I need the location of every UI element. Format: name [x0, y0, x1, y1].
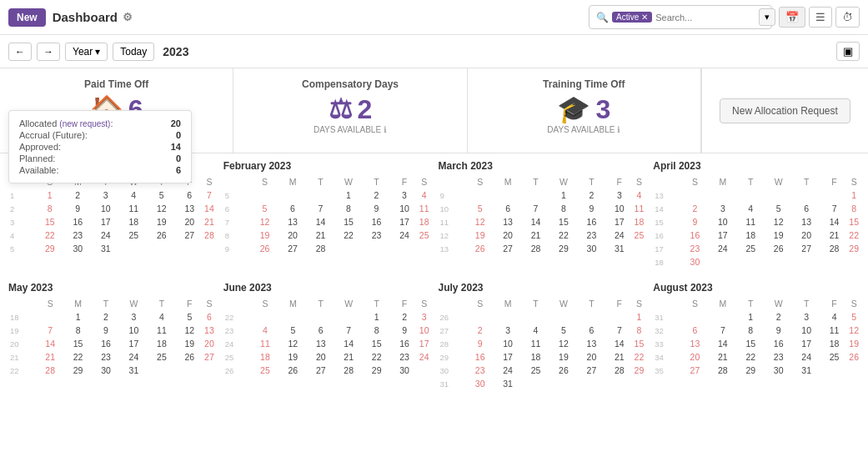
calendar-cell[interactable]: 6	[681, 324, 709, 337]
calendar-cell[interactable]: 28	[203, 229, 215, 242]
calendar-cell[interactable]	[737, 255, 765, 269]
calendar-cell[interactable]	[419, 364, 430, 377]
calendar-cell[interactable]: 24	[494, 364, 521, 377]
calendar-cell[interactable]	[765, 188, 792, 202]
calendar-cell[interactable]: 4	[522, 324, 549, 337]
calendar-cell[interactable]: 30	[92, 364, 119, 377]
calendar-cell[interactable]: 31	[494, 377, 521, 390]
calendar-cell[interactable]: 1	[334, 188, 363, 202]
calendar-cell[interactable]: 10	[120, 324, 148, 337]
calendar-cell[interactable]: 8	[64, 324, 92, 337]
calendar-cell[interactable]	[634, 377, 645, 390]
calendar-cell[interactable]: 2	[390, 310, 418, 324]
calendar-cell[interactable]: 30	[466, 377, 494, 390]
calendar-cell[interactable]: 14	[522, 215, 549, 229]
calendar-cell[interactable]	[334, 310, 362, 324]
calendar-cell[interactable]: 10	[709, 215, 736, 229]
calendar-cell[interactable]	[390, 242, 419, 255]
calendar-cell[interactable]: 17	[419, 337, 430, 350]
search-input[interactable]	[655, 13, 755, 23]
calendar-cell[interactable]: 10	[792, 324, 820, 337]
calendar-cell[interactable]: 13	[203, 324, 215, 337]
calendar-cell[interactable]: 25	[522, 364, 549, 377]
calendar-cell[interactable]: 15	[634, 337, 645, 350]
calendar-cell[interactable]: 1	[634, 310, 645, 324]
calendar-cell[interactable]: 28	[307, 242, 335, 255]
calendar-cell[interactable]: 17	[494, 350, 521, 364]
calendar-cell[interactable]	[278, 188, 307, 202]
calendar-cell[interactable]: 4	[737, 202, 765, 215]
calendar-cell[interactable]: 11	[120, 202, 148, 215]
calendar-cell[interactable]: 16	[466, 350, 494, 364]
calendar-cell[interactable]: 12	[279, 337, 307, 350]
calendar-cell[interactable]	[36, 310, 63, 324]
calendar-cell[interactable]: 14	[203, 202, 215, 215]
calendar-cell[interactable]: 20	[278, 229, 307, 242]
calendar-cell[interactable]	[279, 310, 307, 324]
calendar-cell[interactable]: 31	[92, 242, 120, 255]
calendar-cell[interactable]	[494, 310, 521, 324]
calendar-cell[interactable]: 26	[765, 242, 792, 255]
calendar-cell[interactable]: 2	[363, 188, 391, 202]
calendar-cell[interactable]	[363, 242, 391, 255]
calendar-cell[interactable]: 21	[36, 350, 63, 364]
calendar-cell[interactable]: 2	[92, 310, 119, 324]
new-button[interactable]: New	[8, 8, 46, 27]
calendar-cell[interactable]: 3	[120, 310, 148, 324]
calendar-view-button[interactable]: 📅	[779, 7, 805, 28]
calendar-cell[interactable]: 9	[765, 324, 792, 337]
calendar-cell[interactable]: 6	[203, 310, 215, 324]
calendar-cell[interactable]: 19	[251, 229, 279, 242]
calendar-cell[interactable]: 20	[792, 229, 820, 242]
calendar-cell[interactable]: 24	[792, 350, 820, 364]
calendar-cell[interactable]: 8	[549, 202, 577, 215]
calendar-cell[interactable]: 23	[92, 350, 119, 364]
calendar-cell[interactable]: 12	[148, 202, 176, 215]
calendar-cell[interactable]: 13	[681, 337, 709, 350]
calendar-cell[interactable]: 22	[848, 229, 860, 242]
calendar-cell[interactable]: 29	[634, 364, 645, 377]
calendar-cell[interactable]: 26	[176, 350, 203, 364]
calendar-cell[interactable]	[820, 255, 848, 269]
calendar-cell[interactable]: 5	[466, 202, 494, 215]
calendar-cell[interactable]: 8	[737, 324, 765, 337]
calendar-cell[interactable]	[765, 255, 792, 269]
calendar-cell[interactable]: 24	[709, 242, 736, 255]
calendar-cell[interactable]: 13	[278, 215, 307, 229]
calendar-cell[interactable]	[737, 188, 765, 202]
calendar-cell[interactable]: 31	[792, 364, 820, 377]
calendar-cell[interactable]: 11	[634, 202, 645, 215]
calendar-cell[interactable]: 27	[278, 242, 307, 255]
calendar-cell[interactable]: 23	[390, 350, 418, 364]
calendar-cell[interactable]: 1	[549, 188, 577, 202]
calendar-cell[interactable]: 3	[390, 188, 419, 202]
calendar-cell[interactable]	[148, 364, 175, 377]
calendar-cell[interactable]: 5	[279, 324, 307, 337]
calendar-cell[interactable]	[709, 310, 736, 324]
calendar-cell[interactable]: 21	[522, 229, 549, 242]
calendar-cell[interactable]: 14	[605, 337, 633, 350]
calendar-cell[interactable]: 27	[792, 242, 820, 255]
calendar-cell[interactable]: 11	[148, 324, 175, 337]
calendar-cell[interactable]	[549, 377, 577, 390]
calendar-cell[interactable]: 20	[578, 350, 605, 364]
calendar-cell[interactable]: 25	[820, 350, 848, 364]
calendar-cell[interactable]: 22	[549, 229, 577, 242]
calendar-cell[interactable]: 12	[466, 215, 494, 229]
calendar-cell[interactable]: 10	[494, 337, 521, 350]
calendar-cell[interactable]	[605, 377, 633, 390]
calendar-cell[interactable]: 10	[92, 202, 120, 215]
calendar-cell[interactable]: 4	[634, 188, 645, 202]
calendar-cell[interactable]: 29	[737, 364, 765, 377]
calendar-cell[interactable]: 7	[307, 202, 335, 215]
calendar-cell[interactable]: 17	[120, 337, 148, 350]
calendar-cell[interactable]: 11	[522, 337, 549, 350]
calendar-cell[interactable]	[494, 188, 521, 202]
calendar-cell[interactable]: 8	[634, 324, 645, 337]
calendar-cell[interactable]: 1	[36, 188, 64, 202]
calendar-cell[interactable]: 30	[390, 364, 418, 377]
calendar-cell[interactable]: 27	[307, 364, 334, 377]
calendar-cell[interactable]: 5	[765, 202, 792, 215]
calendar-cell[interactable]: 28	[36, 364, 63, 377]
calendar-cell[interactable]: 15	[363, 337, 390, 350]
